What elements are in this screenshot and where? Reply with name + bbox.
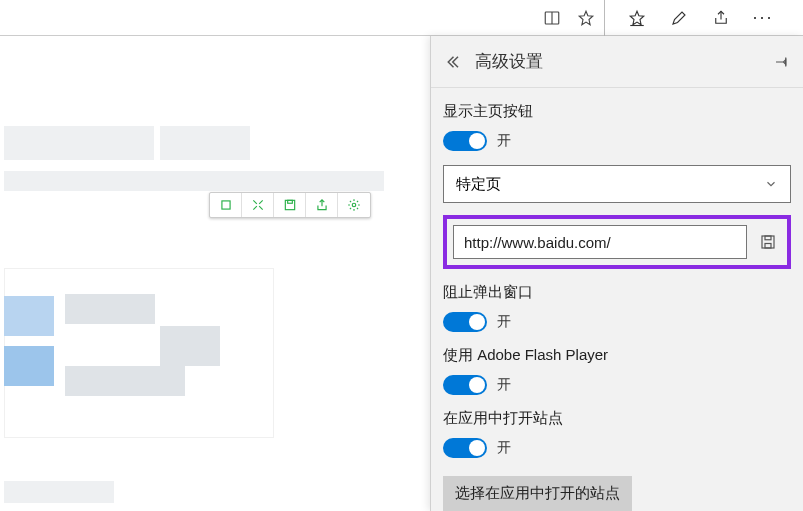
svg-rect-12: [765, 244, 771, 249]
svg-marker-2: [579, 11, 593, 25]
svg-rect-5: [221, 201, 229, 209]
home-page-select[interactable]: 特定页: [443, 165, 791, 203]
share-icon[interactable]: [711, 8, 731, 28]
save-url-icon[interactable]: [755, 229, 781, 255]
svg-rect-11: [765, 236, 771, 240]
popup-block-state: 开: [497, 313, 511, 331]
settings-shot-icon[interactable]: [338, 193, 370, 217]
share-shot-icon[interactable]: [306, 193, 338, 217]
address-bar-region: [0, 0, 605, 36]
open-in-app-label: 在应用中打开站点: [443, 409, 791, 428]
panel-header: 高级设置: [431, 36, 803, 88]
advanced-settings-panel: 高级设置 显示主页按钮 开 特定页 阻止弹出窗口 开 使用 Adob: [430, 36, 803, 511]
notes-icon[interactable]: [669, 8, 689, 28]
reading-view-icon[interactable]: [542, 8, 562, 28]
fullscreen-icon[interactable]: [242, 193, 274, 217]
chevron-down-icon: [764, 177, 778, 191]
browser-topbar: ···: [0, 0, 803, 36]
svg-rect-6: [285, 200, 294, 209]
panel-title: 高级设置: [475, 50, 543, 73]
flash-label: 使用 Adobe Flash Player: [443, 346, 791, 365]
popup-block-toggle[interactable]: [443, 312, 487, 332]
home-button-state: 开: [497, 132, 511, 150]
flash-toggle[interactable]: [443, 375, 487, 395]
more-menu-icon[interactable]: ···: [753, 8, 773, 28]
flash-state: 开: [497, 376, 511, 394]
favorites-hub-icon[interactable]: [627, 8, 647, 28]
home-page-select-value: 特定页: [456, 175, 501, 194]
svg-point-8: [352, 203, 356, 207]
screenshot-toolbar: [209, 192, 371, 218]
svg-rect-7: [287, 200, 292, 203]
favorite-star-icon[interactable]: [576, 8, 596, 28]
crop-icon[interactable]: [210, 193, 242, 217]
home-url-input[interactable]: [453, 225, 747, 259]
svg-marker-3: [630, 11, 644, 25]
home-button-toggle[interactable]: [443, 131, 487, 151]
choose-sites-button[interactable]: 选择在应用中打开的站点: [443, 476, 632, 511]
svg-rect-10: [762, 236, 774, 248]
save-shot-icon[interactable]: [274, 193, 306, 217]
popup-block-label: 阻止弹出窗口: [443, 283, 791, 302]
open-in-app-state: 开: [497, 439, 511, 457]
home-url-row: [443, 215, 791, 269]
panel-body: 显示主页按钮 开 特定页 阻止弹出窗口 开 使用 Adobe Flash Pla…: [431, 88, 803, 511]
topbar-actions: ···: [605, 8, 773, 28]
open-in-app-toggle[interactable]: [443, 438, 487, 458]
page-content-blurred: [0, 36, 430, 511]
pin-icon[interactable]: [773, 53, 791, 71]
back-icon[interactable]: [443, 53, 467, 71]
home-button-label: 显示主页按钮: [443, 102, 791, 121]
